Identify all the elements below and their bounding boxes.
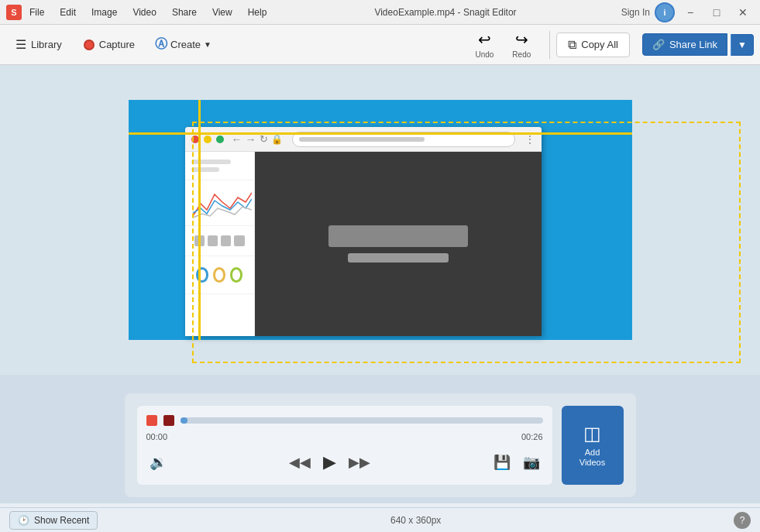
menu-edit[interactable]: Edit: [57, 5, 79, 19]
url-placeholder: [299, 137, 425, 142]
content-bar-narrow: [348, 253, 449, 263]
menu-help[interactable]: Help: [245, 5, 270, 19]
step-back-button[interactable]: ◀◀: [286, 451, 314, 474]
browser-body: [185, 152, 542, 336]
add-videos-icon: ◫: [583, 423, 601, 444]
close-button[interactable]: ✕: [732, 5, 754, 20]
sidebar-icons-section: [185, 226, 254, 256]
show-recent-button[interactable]: 🕑 Show Recent: [9, 511, 98, 530]
video-controls: 00:00 00:26 🔉 ◀◀ ▶ ▶▶: [125, 393, 636, 497]
sidebar-icon-2: [208, 235, 218, 246]
toolbar-left: ☰ Library Capture Ⓐ Create ▼: [6, 32, 219, 57]
chevron-down-icon: ▼: [738, 39, 747, 50]
time-end: 00:26: [521, 432, 543, 441]
library-label: Library: [31, 39, 62, 50]
step-back-icon: ◀◀: [289, 455, 311, 470]
controls-row: 🔉 ◀◀ ▶ ▶▶ 💾: [146, 449, 543, 475]
title-bar: S File Edit Image Video Share View Help …: [0, 0, 760, 25]
clock-icon: 🕑: [18, 515, 29, 526]
browser-content: [255, 152, 542, 336]
copy-icon: ⧉: [568, 38, 576, 52]
capture-label: Capture: [99, 39, 135, 50]
sidebar-icon-3: [221, 235, 231, 246]
sidebar-circles-section: [185, 256, 254, 294]
browser-sidebar: [185, 152, 255, 336]
browser-mockup: ← → ↻ 🔒 ⋮: [185, 127, 542, 336]
redo-button[interactable]: ↪ Redo: [506, 27, 537, 62]
add-videos-label: AddVideos: [579, 448, 605, 468]
sidebar-chart-section: [185, 180, 254, 226]
undo-redo-section: ↩ Undo ↪ Redo: [469, 27, 537, 62]
menu-file[interactable]: File: [26, 5, 47, 19]
video-panel: 00:00 00:26 🔉 ◀◀ ▶ ▶▶: [137, 406, 552, 485]
extra-controls: 💾 📷: [490, 451, 543, 474]
dimensions-label: 640 x 360px: [390, 515, 441, 526]
time-start: 00:00: [146, 432, 168, 441]
sidebar-icon-4: [234, 235, 244, 246]
titlebar-right: Sign In i − □ ✕: [621, 2, 754, 22]
step-forward-button[interactable]: ▶▶: [346, 451, 373, 474]
share-link-button[interactable]: 🔗 Share Link: [642, 33, 727, 56]
library-button[interactable]: ☰ Library: [6, 33, 71, 57]
play-button[interactable]: ▶: [320, 449, 339, 475]
titlebar-left: S File Edit Image Video Share View Help: [6, 5, 270, 20]
undo-label: Undo: [475, 50, 493, 59]
capture-button[interactable]: Capture: [74, 34, 144, 55]
toolbar-right: ↩ Undo ↪ Redo ⧉ Copy All 🔗 Share Link ▼: [469, 27, 754, 62]
vertical-guide: [198, 100, 201, 340]
hamburger-icon: ☰: [15, 37, 26, 52]
lock-icon: 🔒: [271, 134, 283, 145]
undo-icon: ↩: [478, 30, 491, 49]
redo-label: Redo: [512, 50, 531, 59]
sidebar-text-section: [185, 152, 254, 180]
profile-avatar[interactable]: i: [655, 2, 675, 22]
volume-button[interactable]: 🔉: [146, 451, 170, 474]
toolbar-separator: [549, 31, 550, 59]
redo-icon: ↪: [515, 30, 528, 49]
refresh-icon: ↻: [260, 133, 268, 145]
signin-label[interactable]: Sign In: [621, 7, 650, 18]
volume-icon: 🔉: [150, 455, 167, 470]
content-bar-wide: [328, 225, 468, 247]
sidebar-circle-3: [230, 267, 242, 283]
sidebar-circle-2: [213, 267, 225, 283]
clip-icon: 💾: [493, 455, 511, 470]
timeline-marker-end[interactable]: [163, 415, 174, 426]
maximize-button[interactable]: □: [706, 5, 727, 20]
timeline-marker-start[interactable]: [146, 415, 157, 426]
play-icon: ▶: [323, 452, 336, 472]
help-button[interactable]: ?: [734, 512, 751, 529]
share-dropdown-button[interactable]: ▼: [731, 34, 754, 56]
undo-button[interactable]: ↩ Undo: [469, 27, 500, 62]
plus-icon: Ⓐ: [155, 36, 167, 53]
help-icon: ?: [740, 515, 745, 526]
create-label: Create: [170, 39, 201, 50]
create-button[interactable]: Ⓐ Create ▼: [147, 32, 219, 57]
create-chevron-icon: ▼: [204, 40, 211, 49]
show-recent-label: Show Recent: [34, 515, 89, 526]
timeline-row: [146, 415, 543, 426]
menu-share[interactable]: Share: [169, 5, 200, 19]
menu-video[interactable]: Video: [129, 5, 159, 19]
copy-all-button[interactable]: ⧉ Copy All: [556, 33, 630, 57]
window-title: VideoExample.mp4 - Snagit Editor: [374, 7, 516, 18]
capture-dot-icon: [84, 39, 95, 50]
clip-button[interactable]: 💾: [490, 451, 514, 474]
video-controls-wrapper: 00:00 00:26 🔉 ◀◀ ▶ ▶▶: [0, 375, 760, 503]
menu-image[interactable]: Image: [88, 5, 120, 19]
browser-topbar: ← → ↻ 🔒 ⋮: [185, 127, 542, 152]
traffic-light-yellow: [204, 136, 211, 143]
camera-button[interactable]: 📷: [520, 451, 543, 474]
menu-bar: File Edit Image Video Share View Help: [26, 5, 270, 19]
share-link-label: Share Link: [669, 39, 717, 50]
horizontal-guide: [129, 132, 632, 135]
link-icon: 🔗: [652, 39, 665, 50]
add-videos-button[interactable]: ◫ AddVideos: [562, 406, 624, 485]
timeline-track[interactable]: [181, 417, 543, 424]
minimize-button[interactable]: −: [679, 5, 701, 20]
time-display: 00:00 00:26: [146, 432, 543, 441]
copy-all-label: Copy All: [581, 39, 618, 50]
camera-icon: 📷: [523, 455, 540, 470]
menu-view[interactable]: View: [209, 5, 236, 19]
top-toolbar: ☰ Library Capture Ⓐ Create ▼ ↩ Undo ↪ Re…: [0, 25, 760, 65]
